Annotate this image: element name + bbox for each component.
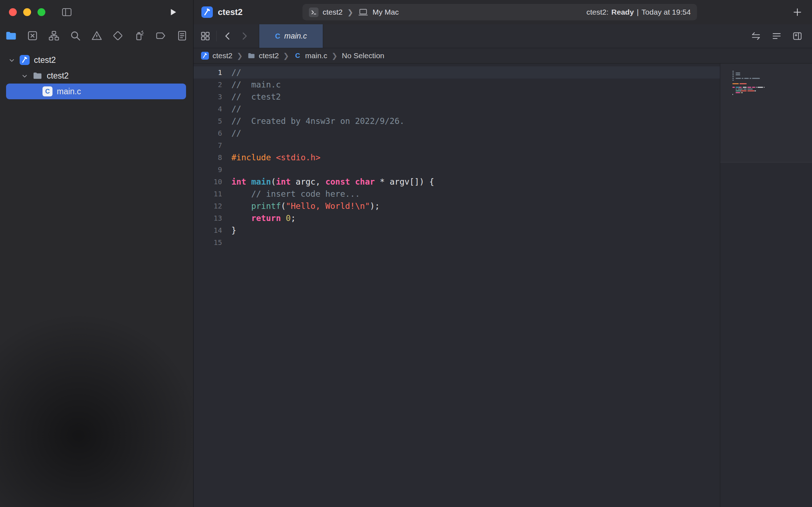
jumpbar-item-ctest2[interactable]: ctest2 <box>247 51 279 60</box>
line-number[interactable]: 6 <box>194 127 231 139</box>
line-number[interactable]: 13 <box>194 212 231 224</box>
code-text[interactable]: return 0; <box>231 212 296 224</box>
related-items-grid-icon[interactable] <box>200 31 211 41</box>
scheme-selector[interactable]: ctest2 ❯ My Mac <box>309 7 399 17</box>
code-review-icon[interactable] <box>751 31 761 41</box>
navigator-bar <box>0 24 193 47</box>
code-text[interactable]: #include <stdio.h> <box>231 151 320 164</box>
jumpbar-item-ctest2[interactable]: ctest2 <box>201 51 232 60</box>
activity-view: ctest2 ❯ My Mac ctest2: Ready | Today at… <box>302 4 697 20</box>
code-area[interactable]: 1//2// main.c3// ctest24//5// Created by… <box>194 64 720 507</box>
report-navigator-icon[interactable] <box>176 30 188 42</box>
forward-chevron-icon[interactable] <box>239 31 250 41</box>
line-number[interactable]: 9 <box>194 164 231 176</box>
library-add-icon[interactable] <box>792 7 803 17</box>
breadcrumb-chevron-icon: ❯ <box>331 51 337 60</box>
code-text[interactable]: // <box>231 103 241 115</box>
debug-navigator-icon[interactable] <box>133 30 145 42</box>
code-line[interactable]: 1// <box>194 66 720 79</box>
code-line[interactable]: 5// Created by 4nsw3r on 2022/9/26. <box>194 115 720 127</box>
code-line[interactable]: 14} <box>194 224 720 236</box>
code-text[interactable]: printf("Hello, World!\n"); <box>231 200 380 212</box>
run-button[interactable] <box>168 7 178 17</box>
symbol-navigator-icon[interactable] <box>48 30 60 42</box>
traffic-lights <box>9 8 45 16</box>
tab-bar-right-controls <box>751 24 812 48</box>
file-label: ctest2 <box>47 71 69 81</box>
code-line[interactable]: 15 <box>194 236 720 249</box>
jump-bar: ctest2❯ctest2❯Cmain.c❯No Selection <box>194 48 812 64</box>
main-area: ctest2 ctest2 ❯ My Mac ctest2: Ready <box>194 0 812 507</box>
disclosure-chevron-icon[interactable] <box>21 72 32 79</box>
my-mac-icon <box>358 7 369 17</box>
code-line[interactable]: 13 return 0; <box>194 212 720 224</box>
tab-main-c[interactable]: C main.c <box>259 24 323 48</box>
line-number[interactable]: 1 <box>194 66 231 79</box>
sidebar-item-ctest2[interactable]: ctest2 <box>6 52 186 68</box>
jumpbar-item-main-c[interactable]: Cmain.c <box>294 51 327 60</box>
back-chevron-icon[interactable] <box>222 31 233 41</box>
code-line[interactable]: 2// main.c <box>194 79 720 91</box>
sidebar-item-ctest2[interactable]: ctest2 <box>6 68 186 84</box>
close-button[interactable] <box>9 8 17 16</box>
line-number[interactable]: 5 <box>194 115 231 127</box>
minimap-line <box>732 96 812 97</box>
line-number[interactable]: 8 <box>194 151 231 164</box>
minimap[interactable] <box>720 64 812 162</box>
jumpbar-item-no-selection[interactable]: No Selection <box>342 51 384 60</box>
line-number[interactable]: 12 <box>194 200 231 212</box>
code-line[interactable]: 9 <box>194 164 720 176</box>
source-editor: 1//2// main.c3// ctest24//5// Created by… <box>194 64 812 507</box>
source-control-navigator-icon[interactable] <box>26 30 39 42</box>
toolbar-separator <box>216 31 217 41</box>
code-line[interactable]: 7 <box>194 139 720 151</box>
zoom-button[interactable] <box>37 8 45 16</box>
status-project: ctest2: <box>586 8 608 16</box>
code-line[interactable]: 8#include <stdio.h> <box>194 151 720 164</box>
sidebar-item-main-c[interactable]: Cmain.c <box>6 84 186 99</box>
code-text[interactable]: // Created by 4nsw3r on 2022/9/26. <box>231 115 405 127</box>
line-number[interactable]: 2 <box>194 79 231 91</box>
project-navigator-icon[interactable] <box>5 30 17 42</box>
status-time: Today at 19:54 <box>642 8 691 16</box>
scheme-device-label: My Mac <box>372 8 399 16</box>
tab-label: main.c <box>284 32 307 41</box>
code-line[interactable]: 12 printf("Hello, World!\n"); <box>194 200 720 212</box>
line-number[interactable]: 11 <box>194 188 231 200</box>
sidebar-toggle-icon[interactable] <box>61 6 72 18</box>
find-navigator-icon[interactable] <box>69 30 81 42</box>
disclosure-chevron-icon[interactable] <box>8 56 19 64</box>
line-number[interactable]: 3 <box>194 91 231 103</box>
code-text[interactable]: // main.c <box>231 79 281 91</box>
code-text[interactable]: // <box>231 66 241 79</box>
code-text[interactable]: // ctest2 <box>231 91 281 103</box>
minimize-button[interactable] <box>23 8 31 16</box>
code-line[interactable]: 3// ctest2 <box>194 91 720 103</box>
line-number[interactable]: 10 <box>194 176 231 188</box>
line-number[interactable]: 15 <box>194 236 231 249</box>
project-title: ctest2 <box>218 7 242 17</box>
editor-tab-bar: C main.c <box>194 24 812 48</box>
code-line[interactable]: 6// <box>194 127 720 139</box>
file-label: main.c <box>57 87 81 96</box>
test-navigator-icon[interactable] <box>112 30 124 42</box>
line-number[interactable]: 4 <box>194 103 231 115</box>
code-line[interactable]: 4// <box>194 103 720 115</box>
code-line[interactable]: 11 // insert code here... <box>194 188 720 200</box>
code-text[interactable]: // <box>231 127 241 139</box>
status-state: Ready <box>611 8 634 16</box>
code-text[interactable]: // insert code here... <box>231 188 360 200</box>
code-text[interactable]: int main(int argc, const char * argv[]) … <box>231 176 434 188</box>
code-text[interactable]: } <box>231 224 236 236</box>
main-toolbar: ctest2 ctest2 ❯ My Mac ctest2: Ready <box>194 0 812 24</box>
issue-navigator-icon[interactable] <box>91 30 103 42</box>
breadcrumb-chevron-icon: ❯ <box>283 51 289 60</box>
editor-options-icon[interactable] <box>771 31 782 41</box>
line-number[interactable]: 14 <box>194 224 231 236</box>
folder-icon <box>247 51 256 60</box>
breakpoint-navigator-icon[interactable] <box>155 30 167 42</box>
minimap-column <box>720 64 812 507</box>
code-line[interactable]: 10int main(int argc, const char * argv[]… <box>194 176 720 188</box>
add-editor-icon[interactable] <box>792 31 803 41</box>
line-number[interactable]: 7 <box>194 139 231 151</box>
